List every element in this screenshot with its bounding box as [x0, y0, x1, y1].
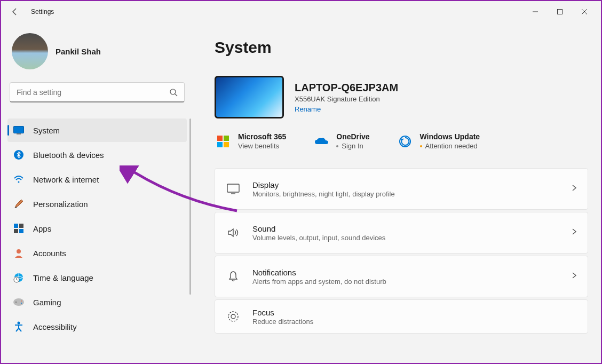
quick-subtitle: Attention needed: [420, 142, 480, 150]
svg-rect-1: [558, 10, 563, 14]
update-icon: [398, 134, 413, 149]
svg-rect-7: [17, 133, 21, 134]
window-title: Settings: [31, 8, 54, 15]
profile[interactable]: Pankil Shah: [7, 22, 187, 82]
card-subtitle: Volume levels, output, input, sound devi…: [252, 234, 572, 242]
sidebar-item-accessibility[interactable]: Accessibility: [7, 315, 187, 338]
sidebar-item-label: System: [33, 126, 60, 135]
svg-rect-12: [14, 229, 18, 233]
close-button[interactable]: [572, 3, 597, 20]
svg-rect-24: [217, 142, 223, 147]
clock-globe-icon: [13, 272, 25, 283]
sidebar-item-bluetooth[interactable]: Bluetooth & devices: [7, 143, 187, 167]
svg-point-29: [228, 312, 238, 321]
wifi-icon: [13, 173, 25, 185]
display-icon: [226, 181, 241, 196]
card-title: Focus: [252, 308, 577, 317]
chevron-right-icon: [572, 272, 577, 281]
titlebar: Settings: [1, 1, 601, 22]
device-model: X556UAK Signature Edition: [295, 95, 398, 103]
user-name: Pankil Shah: [56, 47, 101, 56]
sidebar-item-label: Apps: [33, 224, 51, 233]
card-title: Sound: [252, 224, 572, 233]
minimize-button[interactable]: [523, 3, 548, 20]
svg-rect-23: [224, 136, 229, 141]
sidebar-item-label: Gaming: [33, 298, 61, 307]
card-sound[interactable]: Sound Volume levels, output, input, soun…: [215, 212, 588, 254]
system-icon: [13, 124, 25, 136]
svg-rect-13: [19, 229, 23, 233]
card-display[interactable]: Display Monitors, brightness, night ligh…: [215, 168, 588, 210]
quick-onedrive[interactable]: OneDrive Sign In: [314, 132, 369, 150]
sidebar-item-apps[interactable]: Apps: [7, 217, 187, 240]
svg-point-9: [18, 181, 20, 183]
svg-point-14: [17, 249, 21, 254]
bell-icon: [226, 269, 241, 284]
quick-subtitle: Sign In: [336, 142, 369, 150]
search-icon: [169, 88, 178, 97]
svg-rect-25: [224, 142, 229, 147]
card-focus[interactable]: Focus Reduce distractions: [215, 299, 588, 334]
gamepad-icon: [13, 296, 25, 308]
accessibility-icon: [13, 321, 25, 333]
sidebar-item-label: Network & internet: [33, 175, 99, 184]
sidebar: Pankil Shah System Bluetooth & devices N…: [1, 22, 193, 363]
maximize-button[interactable]: [548, 3, 572, 20]
quick-subtitle: View benefits: [238, 142, 286, 150]
svg-point-17: [13, 298, 24, 306]
scrollbar[interactable]: [189, 118, 191, 295]
sidebar-nav: System Bluetooth & devices Network & int…: [7, 118, 187, 338]
card-subtitle: Monitors, brightness, night light, displ…: [252, 190, 572, 198]
svg-rect-11: [19, 224, 23, 228]
svg-rect-22: [217, 136, 223, 141]
svg-rect-27: [227, 184, 239, 192]
page-title: System: [215, 38, 588, 57]
svg-point-20: [21, 303, 22, 304]
sidebar-item-network[interactable]: Network & internet: [7, 168, 187, 191]
sound-icon: [226, 225, 241, 240]
quick-windows-update[interactable]: Windows Update Attention needed: [398, 132, 480, 150]
person-icon: [13, 247, 25, 259]
search-box[interactable]: [10, 82, 185, 102]
sidebar-item-label: Time & language: [33, 273, 93, 282]
window-controls: [523, 3, 597, 20]
sidebar-item-label: Accounts: [33, 249, 66, 258]
card-notifications[interactable]: Notifications Alerts from apps and syste…: [215, 256, 588, 297]
chevron-right-icon: [572, 228, 577, 238]
sidebar-item-accounts[interactable]: Accounts: [7, 241, 187, 265]
sidebar-item-label: Personalization: [33, 200, 88, 209]
back-arrow-icon: [11, 7, 19, 16]
sidebar-item-system[interactable]: System: [7, 118, 187, 142]
sidebar-item-label: Accessibility: [33, 322, 77, 331]
device-thumbnail: [215, 76, 284, 118]
svg-point-19: [21, 300, 22, 302]
sidebar-item-time[interactable]: Time & language: [7, 266, 187, 289]
quick-title: Windows Update: [420, 132, 480, 141]
back-button[interactable]: [5, 2, 25, 21]
quick-m365[interactable]: Microsoft 365 View benefits: [216, 132, 286, 150]
bluetooth-icon: [13, 149, 25, 161]
quick-title: OneDrive: [336, 132, 369, 141]
quick-links: Microsoft 365 View benefits OneDrive Sig…: [215, 132, 588, 150]
avatar: [12, 33, 48, 69]
svg-point-30: [231, 314, 235, 319]
sidebar-item-gaming[interactable]: Gaming: [7, 290, 187, 314]
onedrive-icon: [314, 134, 329, 149]
svg-point-4: [170, 89, 176, 94]
card-title: Notifications: [252, 268, 572, 277]
search-input[interactable]: [17, 88, 169, 97]
paintbrush-icon: [13, 198, 25, 210]
sidebar-item-personalization[interactable]: Personalization: [7, 192, 187, 216]
rename-link[interactable]: Rename: [295, 105, 398, 113]
settings-list: Display Monitors, brightness, night ligh…: [215, 168, 588, 334]
device-info: LAPTOP-Q6EJP3AM X556UAK Signature Editio…: [215, 76, 588, 118]
card-subtitle: Alerts from apps and system, do not dist…: [252, 278, 572, 286]
sidebar-item-label: Bluetooth & devices: [33, 151, 104, 160]
focus-icon: [226, 309, 241, 324]
svg-point-18: [15, 302, 17, 303]
card-subtitle: Reduce distractions: [252, 318, 577, 326]
card-title: Display: [252, 180, 572, 189]
device-name: LAPTOP-Q6EJP3AM: [295, 82, 398, 94]
svg-point-21: [18, 322, 20, 325]
main-content: System LAPTOP-Q6EJP3AM X556UAK Signature…: [193, 22, 601, 363]
